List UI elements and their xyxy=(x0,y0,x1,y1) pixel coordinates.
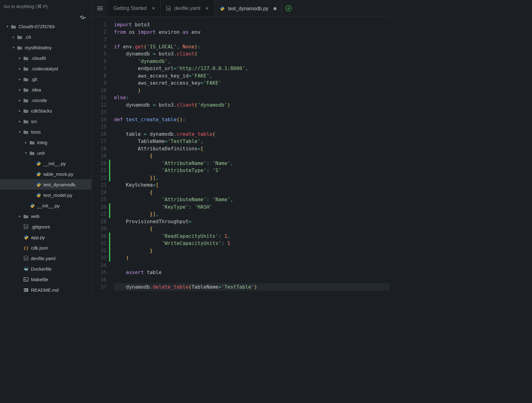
code-line[interactable]: else: xyxy=(114,94,390,101)
caret-icon xyxy=(24,140,28,144)
close-icon[interactable]: ✕ xyxy=(205,6,209,11)
tab-menu-icon[interactable] xyxy=(92,0,108,16)
code-line[interactable]: KeySchema=[ xyxy=(114,181,390,189)
file-tree[interactable]: Cloud9-072f3783-.c9mysfitsbs8ny.cloud9.c… xyxy=(0,20,91,293)
code-line[interactable]: }], xyxy=(114,210,390,218)
code-line[interactable] xyxy=(114,276,390,284)
code-line[interactable]: aws_access_key_id='FAKE', xyxy=(114,72,390,80)
code-line[interactable]: AttributeDefinitions=[ xyxy=(114,145,390,153)
tree-item-makefile[interactable]: Makefile xyxy=(0,274,91,285)
folder-icon xyxy=(29,151,35,155)
code-line[interactable]: 'AttributeType': 'S' xyxy=(114,167,390,174)
gear-icon[interactable]: ▾ xyxy=(80,15,89,20)
tree-item-mysfitsbs8ny[interactable]: mysfitsbs8ny xyxy=(0,42,91,53)
tree-item--idea[interactable]: .idea xyxy=(0,84,91,95)
code-line[interactable]: assert table xyxy=(114,269,390,276)
tab-test-dynamodb-py[interactable]: test_dynamodb.py xyxy=(214,0,282,16)
diff-marker xyxy=(109,210,111,218)
code-line[interactable] xyxy=(114,36,390,43)
tree-item-label: Cloud9-072f3783- xyxy=(19,24,56,29)
tree-item--codecatalyst[interactable]: .codecatalyst xyxy=(0,63,91,74)
code-line[interactable]: { xyxy=(114,225,390,232)
diff-marker xyxy=(109,29,111,36)
tree-item-label: __init__.py xyxy=(37,203,60,208)
code-line[interactable]: 'WriteCapacityUnits': 1 xyxy=(114,240,390,247)
tree-item-dockerfile[interactable]: 🐳Dockerfile xyxy=(0,264,91,274)
tree-item-tests[interactable]: tests xyxy=(0,126,91,137)
tree-item-cloud9-072f3783-[interactable]: Cloud9-072f3783- xyxy=(0,21,91,32)
code-line[interactable]: } xyxy=(114,247,390,255)
code-line[interactable]: endpoint_url='http://127.0.0.1:8000', xyxy=(114,65,390,72)
tree-item-cdk-json[interactable]: { }cdk.json xyxy=(0,242,91,253)
code-editor[interactable]: 1234567891011121314151617181920212223242… xyxy=(92,17,390,293)
code-line[interactable]: TableName='TestTable', xyxy=(114,138,390,145)
tree-item--gitignore[interactable]: .gitignore xyxy=(0,221,91,232)
tree-item-label: Makefile xyxy=(31,277,48,282)
diff-marker xyxy=(109,152,111,160)
caret-icon xyxy=(24,151,28,155)
line-number: 17 xyxy=(92,138,107,145)
tree-item-test-dynamodb-[interactable]: test_dynamodb. xyxy=(0,179,91,190)
tree-item-integ[interactable]: integ xyxy=(0,137,91,148)
code-line[interactable]: ) xyxy=(114,254,390,262)
diff-marker xyxy=(109,138,111,145)
diff-marker xyxy=(109,181,111,189)
tree-item---init---py[interactable]: __init__.py xyxy=(0,158,91,169)
tree-item--cloud9[interactable]: .cloud9 xyxy=(0,53,91,63)
tab-devfile-yaml[interactable]: devfile.yaml✕ xyxy=(161,0,214,16)
code-line[interactable]: 'ReadCapacityUnits': 1, xyxy=(114,232,390,240)
code-line[interactable]: ProvisionedThroughput= xyxy=(114,218,390,225)
code-line[interactable]: 'AttributeName': 'Name', xyxy=(114,196,390,203)
code-line[interactable]: if env.get('IS_LOCAL', None): xyxy=(114,43,390,51)
code-line[interactable]: { xyxy=(114,152,390,160)
tree-item-app-py[interactable]: app.py xyxy=(0,232,91,242)
file-explorer-sidebar: Go to Anything (⌘ P) ▾ Cloud9-072f3783-.… xyxy=(0,0,92,293)
tree-item-label: .idea xyxy=(31,87,41,92)
code-line[interactable]: import boto3 xyxy=(114,21,390,29)
tree-item-cdkstacks[interactable]: cdkStacks xyxy=(0,105,91,116)
code-line[interactable]: ) xyxy=(114,87,390,94)
folder-icon xyxy=(23,67,29,71)
code-line[interactable]: { xyxy=(114,189,390,196)
tree-item-web[interactable]: web xyxy=(0,211,91,221)
tree-item--git[interactable]: .git xyxy=(0,74,91,84)
tree-item-src[interactable]: src xyxy=(0,116,91,126)
code-line[interactable]: dynamodb.delete_table(TableName='TestTab… xyxy=(114,283,390,291)
line-number: 23 xyxy=(92,181,107,189)
caret-icon xyxy=(18,130,22,134)
tree-item-label: unit xyxy=(37,150,45,156)
tree-item-unit[interactable]: unit xyxy=(0,148,91,158)
tree-item---init---py[interactable]: __init__.py xyxy=(0,200,91,211)
code-line[interactable]: aws_secret_access_key='FAKE' xyxy=(114,79,390,87)
code-line[interactable]: }], xyxy=(114,174,390,182)
tree-item--vscode[interactable]: .vscode xyxy=(0,95,91,105)
new-tab-button[interactable] xyxy=(282,0,295,16)
code-line[interactable] xyxy=(114,262,390,269)
tree-item-label: test_dynamodb. xyxy=(43,182,76,187)
tree-item-readme-md[interactable]: M↓README.md xyxy=(0,285,91,293)
code-content[interactable]: import boto3from os import environ as en… xyxy=(111,21,390,293)
tab-getting-started[interactable]: Getting Started✕ xyxy=(108,0,161,16)
tree-item-test-model-py[interactable]: test_model.py xyxy=(0,190,91,200)
diff-indicator-column xyxy=(109,21,111,293)
tree-item--c9[interactable]: .c9 xyxy=(0,32,91,42)
tree-item-devfile-yaml[interactable]: devfile.yaml xyxy=(0,253,91,264)
caret-icon xyxy=(18,88,22,92)
code-line[interactable]: from os import environ as env xyxy=(114,29,390,36)
folder-icon xyxy=(23,109,29,113)
code-line[interactable]: dynamodb = boto3.client('dynamodb') xyxy=(114,101,390,109)
close-icon[interactable]: ✕ xyxy=(152,6,155,11)
code-line[interactable]: 'KeyType': 'HASH' xyxy=(114,203,390,211)
terminal-icon xyxy=(23,277,29,281)
code-line[interactable]: 'AttributeName': 'Name', xyxy=(114,160,390,167)
code-line[interactable]: 'dynamodb', xyxy=(114,58,390,65)
code-line[interactable]: def test_create_table(): xyxy=(114,116,390,123)
go-to-anything-search[interactable]: Go to Anything (⌘ P) xyxy=(0,0,91,13)
code-line[interactable]: table = dynamodb.create_table( xyxy=(114,131,390,138)
tree-item-table-mock-py[interactable]: table_mock.py xyxy=(0,169,91,179)
code-line[interactable]: dynamodb = boto3.client( xyxy=(114,50,390,58)
code-line[interactable] xyxy=(114,123,390,131)
code-line[interactable] xyxy=(114,108,390,116)
line-number: 29 xyxy=(92,225,107,232)
diff-marker xyxy=(109,160,111,167)
